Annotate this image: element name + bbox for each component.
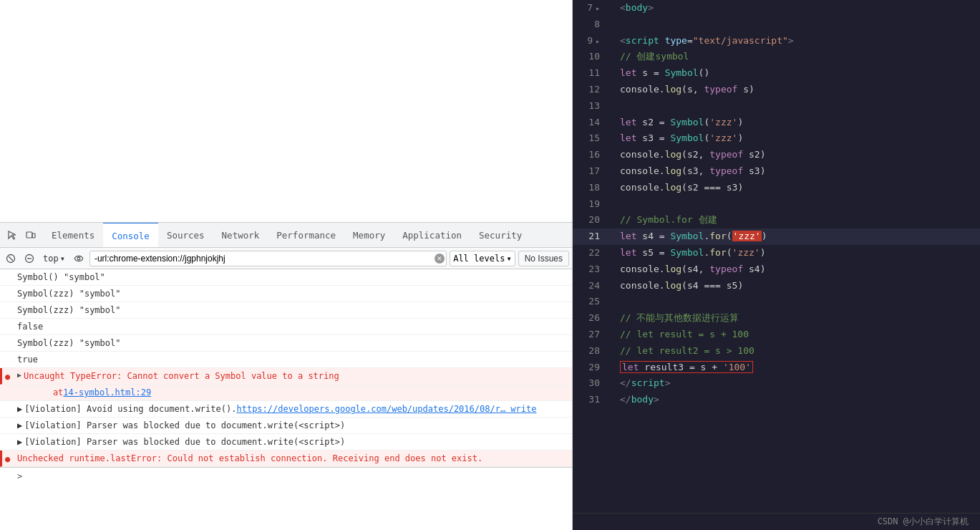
- code-footer: CSDN @小小白学计算机: [573, 513, 980, 530]
- console-line: Symbol(zzz) "symbol": [0, 286, 572, 302]
- svg-rect-0: [26, 232, 32, 238]
- clear-filter-button[interactable]: ✕: [435, 254, 445, 264]
- clear-console-button[interactable]: [3, 251, 19, 266]
- line-number: 27: [573, 327, 608, 343]
- code-editor-panel: 7▸ <body> 8 9▸ <script type="text/javasc…: [573, 0, 980, 530]
- line-number: 31: [573, 392, 608, 408]
- code-row-26: 26 // 不能与其他数据进行运算: [573, 310, 980, 327]
- expand-icon[interactable]: ▶: [17, 403, 22, 415]
- svg-point-7: [77, 257, 80, 260]
- tab-security[interactable]: Security: [470, 222, 530, 248]
- console-input-line[interactable]: >: [0, 467, 572, 484]
- url-filter-input[interactable]: [89, 251, 447, 266]
- code-row-25: 25: [573, 294, 980, 310]
- line-number: 30: [573, 375, 608, 392]
- error-icon: ●: [5, 370, 10, 383]
- expand-icon-3[interactable]: ▶: [17, 435, 22, 448]
- violation-link[interactable]: https://developers.google.com/web/update…: [236, 403, 536, 415]
- code-row-14: 14 let s2 = Symbol('zzz'): [573, 115, 980, 131]
- line-code: let s2 = Symbol('zzz'): [608, 115, 980, 131]
- tab-elements[interactable]: Elements: [43, 222, 103, 248]
- line-number: 28: [573, 343, 608, 360]
- console-output: Symbol() "symbol" Symbol(zzz) "symbol" S…: [0, 269, 572, 530]
- console-error-detail-line: at 14-symbol.html:29: [0, 385, 572, 401]
- code-row-30: 30 </script>: [573, 375, 980, 392]
- line-code: [608, 196, 980, 213]
- console-error-line: ● ▶ Uncaught TypeError: Cannot convert a…: [0, 368, 572, 385]
- line-code: [608, 98, 980, 115]
- console-violation-line-2: ▶ [Violation] Parser was blocked due to …: [0, 418, 572, 434]
- tab-memory[interactable]: Memory: [344, 222, 394, 248]
- line-number: 29: [573, 360, 608, 376]
- eye-button[interactable]: [71, 251, 87, 266]
- line-code: let s5 = Symbol.for('zzz'): [608, 245, 980, 261]
- svg-line-3: [9, 256, 13, 261]
- expand-icon-2[interactable]: ▶: [17, 419, 22, 432]
- code-row-27: 27 // let result = s + 100: [573, 327, 980, 343]
- line-code: let s3 = Symbol('zzz'): [608, 130, 980, 147]
- code-row-7: 7▸ <body>: [573, 0, 980, 16]
- code-row-23: 23 console.log(s4, typeof s4): [573, 261, 980, 278]
- tab-console[interactable]: Console: [103, 222, 158, 248]
- tab-network[interactable]: Network: [213, 222, 268, 248]
- inspect-icon[interactable]: [6, 228, 19, 241]
- chevron-icon: >: [17, 470, 22, 483]
- line-code: console.log(s, typeof s): [608, 82, 980, 98]
- line-number: 14: [573, 115, 608, 131]
- code-row-12: 12 console.log(s, typeof s): [573, 82, 980, 98]
- code-row-13: 13: [573, 98, 980, 115]
- code-row-31: 31 </body>: [573, 392, 980, 408]
- code-row-10: 10 // 创建symbol: [573, 49, 980, 65]
- line-code: let result3 = s + '100': [608, 360, 980, 376]
- code-content: 7▸ <body> 8 9▸ <script type="text/javasc…: [573, 0, 980, 513]
- line-number: 16: [573, 147, 608, 163]
- tab-sources[interactable]: Sources: [158, 222, 213, 248]
- line-code: // 创建symbol: [608, 49, 980, 65]
- code-row-11: 11 let s = Symbol(): [573, 65, 980, 82]
- error-location-link[interactable]: 14-symbol.html:29: [63, 386, 151, 399]
- line-code: let s4 = Symbol.for('zzz'): [608, 228, 980, 245]
- console-input[interactable]: [26, 471, 566, 481]
- line-code: </script>: [608, 375, 980, 392]
- line-code: // let result2 = s > 100: [608, 343, 980, 360]
- line-code: console.log(s4, typeof s4): [608, 261, 980, 278]
- code-row-22: 22 let s5 = Symbol.for('zzz'): [573, 245, 980, 261]
- url-filter-wrapper: ✕: [89, 251, 447, 266]
- code-row-16: 16 console.log(s2, typeof s2): [573, 147, 980, 163]
- console-violation-line-3: ▶ [Violation] Parser was blocked due to …: [0, 434, 572, 450]
- devtools-top-area: [0, 0, 572, 222]
- line-number: 17: [573, 163, 608, 180]
- line-number: 13: [573, 98, 608, 115]
- no-issues-button[interactable]: No Issues: [518, 251, 569, 266]
- code-row-17: 17 console.log(s3, typeof s3): [573, 163, 980, 180]
- line-number: 20: [573, 212, 608, 228]
- line-number: 11: [573, 65, 608, 82]
- code-row-21: 21 let s4 = Symbol.for('zzz'): [573, 228, 980, 245]
- device-icon[interactable]: [24, 228, 37, 241]
- tab-application[interactable]: Application: [394, 222, 470, 248]
- line-code: console.log(s3, typeof s3): [608, 163, 980, 180]
- block-button[interactable]: [21, 251, 37, 266]
- all-levels-wrapper[interactable]: All levels ▾: [450, 251, 515, 266]
- console-runtime-error-line: ● Unchecked runtime.lastError: Could not…: [0, 450, 572, 467]
- line-number: 7▸: [573, 0, 608, 16]
- devtools-panel: Elements Console Sources Network Perform…: [0, 0, 573, 530]
- devtools-tabs-bar: Elements Console Sources Network Perform…: [0, 222, 572, 248]
- console-toolbar: top ▾ ✕ All levels ▾ No Issues: [0, 248, 572, 269]
- line-number: 8: [573, 16, 608, 33]
- console-violation-line: ▶ [Violation] Avoid using document.write…: [0, 401, 572, 418]
- watermark-text: CSDN @小小白学计算机: [878, 516, 969, 528]
- expand-icon[interactable]: ▶: [17, 370, 21, 380]
- code-row-24: 24 console.log(s4 === s5): [573, 278, 980, 294]
- line-number: 18: [573, 180, 608, 196]
- console-line: Symbol(zzz) "symbol": [0, 302, 572, 319]
- code-row-19: 19: [573, 196, 980, 213]
- code-row-8: 8: [573, 16, 980, 33]
- code-row-29: 29 let result3 = s + '100': [573, 360, 980, 376]
- console-line: Symbol(zzz) "symbol": [0, 335, 572, 352]
- line-number: 15: [573, 130, 608, 147]
- runtime-error-icon: ●: [5, 453, 10, 466]
- svg-point-6: [74, 256, 82, 261]
- tab-performance[interactable]: Performance: [268, 222, 344, 248]
- line-code: <body>: [608, 0, 980, 16]
